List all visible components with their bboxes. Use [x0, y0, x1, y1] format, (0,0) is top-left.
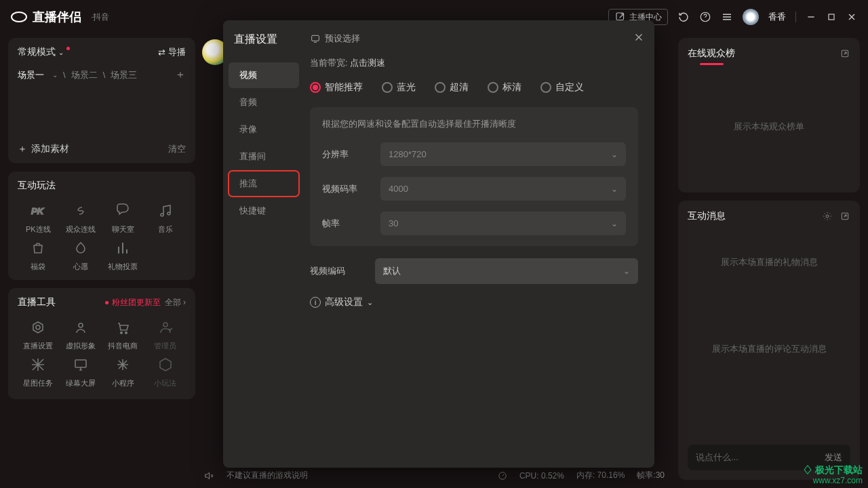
modal-close-button[interactable]	[633, 31, 645, 43]
message-panel: 互动消息 展示本场直播的礼物消息 展示本场直播的评论互动消息 说点什么... 发…	[678, 201, 860, 480]
app-title: 直播伴侣	[33, 9, 81, 25]
screen-icon	[71, 355, 91, 374]
tools-panel: 直播工具 ● 粉丝团更新至 全部 › 直播设置虚拟形象抖音电商管理员星图任务绿幕…	[8, 288, 195, 399]
chevron-down-icon: ⌄	[58, 49, 64, 56]
popout-icon[interactable]	[840, 211, 850, 222]
gear-icon	[28, 318, 48, 337]
scene-tab-1[interactable]: 场景一	[18, 69, 44, 81]
tools-update: ● 粉丝团更新至	[104, 297, 161, 308]
preset-icon	[310, 33, 321, 44]
interaction-item-wish[interactable]: 心愿	[60, 239, 102, 272]
audience-placeholder: 展示本场观众榜单	[688, 121, 850, 133]
svg-point-7	[125, 332, 127, 334]
interaction-item-bag[interactable]: 福袋	[18, 239, 59, 272]
tool-item-screen[interactable]: 绿幕大屏	[60, 355, 102, 388]
modal-tab-record[interactable]: 录像	[229, 117, 299, 142]
star-icon	[28, 355, 48, 374]
help-icon[interactable]	[699, 11, 711, 23]
modal-tab-audio[interactable]: 音频	[229, 89, 299, 115]
radio-smart[interactable]: 智能推荐	[310, 81, 363, 94]
modal-title: 直播设置	[234, 33, 277, 47]
send-button[interactable]: 发送	[825, 451, 842, 464]
radio-bluray[interactable]: 蓝光	[382, 81, 416, 94]
close-button[interactable]	[846, 12, 857, 22]
user-name: 香香	[768, 11, 786, 23]
status-mem: 内存: 70.16%	[576, 470, 625, 481]
modal-tab-video[interactable]: 视频	[229, 62, 299, 88]
dashboard-icon	[498, 471, 507, 481]
interaction-title: 互动玩法	[18, 180, 56, 192]
link-icon	[71, 201, 91, 220]
logo-icon	[11, 12, 27, 22]
svg-rect-2	[829, 14, 834, 20]
bitrate-select[interactable]: 4000⌄	[380, 177, 626, 201]
minimize-button[interactable]	[806, 12, 816, 22]
bandwidth-row: 当前带宽: 点击测速	[310, 57, 638, 69]
info-icon: i	[310, 297, 321, 308]
tool-item-admin[interactable]: 管理员	[145, 318, 186, 351]
fps-select[interactable]: 30⌄	[380, 211, 626, 235]
radio-hd[interactable]: 超清	[435, 81, 469, 94]
interaction-item-vote[interactable]: 礼物投票	[102, 239, 144, 272]
interaction-item-music[interactable]: 音乐	[145, 201, 186, 235]
music-icon	[155, 201, 176, 220]
modal-tab-push[interactable]: 推流	[229, 171, 299, 197]
tool-item-cart[interactable]: 抖音电商	[102, 318, 144, 351]
interaction-panel: 互动玩法 PKPK连线观众连线聊天室音乐福袋心愿礼物投票	[8, 171, 195, 280]
modal-tab-hotkey[interactable]: 快捷键	[229, 198, 299, 224]
cart-icon	[113, 318, 133, 337]
modal-tab-room[interactable]: 直播间	[229, 144, 299, 169]
watermark: ♢ 极光下载站 www.xz7.com	[803, 464, 863, 485]
mini-icon	[113, 355, 133, 374]
quality-radios: 智能推荐 蓝光 超清 标清 自定义	[310, 81, 638, 94]
radio-custom[interactable]: 自定义	[540, 81, 584, 94]
wish-icon	[71, 239, 91, 258]
divider	[795, 12, 796, 22]
radio-sd[interactable]: 标清	[488, 81, 521, 94]
interaction-item-link[interactable]: 观众连线	[60, 201, 102, 235]
tool-item-gear[interactable]: 直播设置	[18, 318, 59, 351]
add-material-button[interactable]: 添加素材	[31, 143, 69, 155]
svg-point-4	[36, 325, 40, 329]
speedtest-link[interactable]: 点击测速	[350, 57, 385, 69]
scene-tab-3[interactable]: 场景三	[111, 69, 137, 81]
status-warning[interactable]: 不建议直播的游戏说明	[226, 470, 308, 481]
chat-icon	[113, 201, 133, 220]
scene-tabs: 场景一⌄ \ 场景二 \ 场景三 ＋	[18, 68, 186, 82]
clear-button[interactable]: 清空	[168, 143, 186, 155]
pk-icon: PK	[28, 201, 48, 220]
scene-panel: 常规模式 ⌄ ⇄ 导播 场景一⌄ \ 场景二 \ 场景三 ＋ ＋ 添加素材 清空	[8, 38, 195, 163]
app-logo: 直播伴侣 ·抖音	[11, 9, 109, 25]
maximize-button[interactable]	[826, 12, 837, 22]
tools-all-link[interactable]: 全部 ›	[165, 297, 186, 308]
tool-item-play[interactable]: 小玩法	[145, 355, 186, 388]
codec-select[interactable]: 默认⌄	[375, 258, 638, 284]
popout-icon[interactable]	[840, 48, 850, 59]
status-fps: 帧率:30	[637, 470, 665, 481]
tool-item-star[interactable]: 星图任务	[18, 355, 59, 388]
mute-icon[interactable]	[203, 470, 214, 481]
bag-icon	[28, 239, 48, 258]
message-title: 互动消息	[688, 210, 726, 222]
avatar[interactable]	[743, 9, 759, 25]
director-toggle[interactable]: ⇄ 导播	[158, 46, 186, 58]
gear-icon[interactable]	[822, 211, 833, 222]
menu-icon[interactable]	[721, 11, 733, 23]
preset-header: 预设选择	[310, 33, 638, 45]
add-scene-button[interactable]: ＋	[175, 68, 186, 82]
scene-tab-2[interactable]: 场景二	[71, 69, 98, 81]
vote-icon	[113, 239, 133, 258]
interaction-item-pk[interactable]: PKPK连线	[18, 201, 59, 235]
mode-selector[interactable]: 常规模式	[18, 46, 56, 58]
refresh-icon[interactable]	[677, 11, 690, 23]
admin-icon	[155, 318, 176, 337]
tools-title: 直播工具	[18, 296, 56, 308]
svg-text:PK: PK	[31, 206, 45, 216]
tool-item-mini[interactable]: 小程序	[102, 355, 144, 388]
interaction-item-chat[interactable]: 聊天室	[102, 201, 144, 235]
svg-point-8	[163, 323, 167, 327]
tool-item-avatar[interactable]: 虚拟形象	[60, 318, 102, 351]
advanced-toggle[interactable]: i 高级设置 ⌄	[310, 296, 638, 308]
resolution-select[interactable]: 868*488⌄	[380, 142, 626, 166]
plus-icon: ＋	[18, 143, 27, 155]
